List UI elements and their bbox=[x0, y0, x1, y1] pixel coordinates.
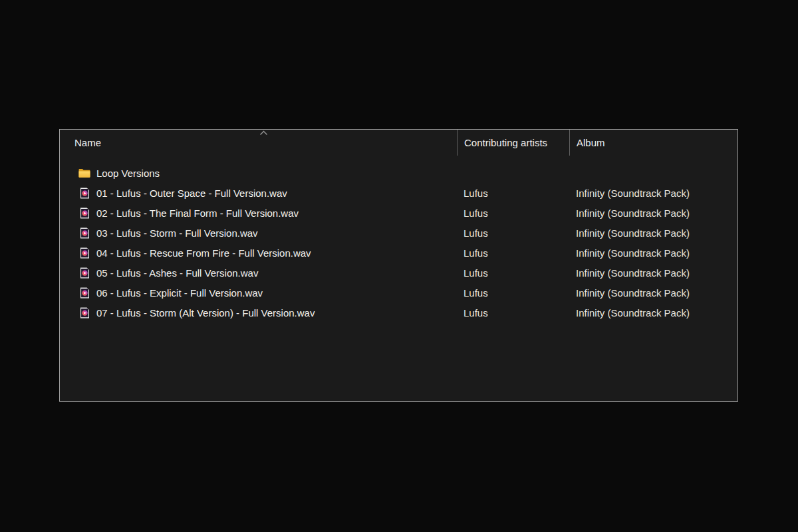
column-header-name-label: Name bbox=[74, 137, 101, 148]
file-album: Infinity (Soundtrack Pack) bbox=[569, 227, 737, 239]
file-name: 02 - Lufus - The Final Form - Full Versi… bbox=[96, 207, 299, 219]
file-artist: Lufus bbox=[457, 227, 569, 239]
file-name-cell: 04 - Lufus - Rescue From Fire - Full Ver… bbox=[60, 247, 457, 259]
file-name-cell: 06 - Lufus - Explicit - Full Version.wav bbox=[60, 287, 457, 299]
file-name: 05 - Lufus - Ashes - Full Version.wav bbox=[96, 267, 258, 279]
file-album: Infinity (Soundtrack Pack) bbox=[569, 207, 737, 219]
audio-file-icon bbox=[78, 188, 90, 199]
column-header-name[interactable]: Name bbox=[60, 130, 457, 156]
file-name: 07 - Lufus - Storm (Alt Version) - Full … bbox=[96, 307, 315, 319]
file-artist: Lufus bbox=[457, 307, 569, 319]
audio-file-icon bbox=[78, 227, 90, 239]
sort-ascending-icon bbox=[259, 130, 268, 136]
file-row[interactable]: 06 - Lufus - Explicit - Full Version.wav… bbox=[60, 283, 737, 303]
file-artist: Lufus bbox=[457, 247, 569, 259]
file-name: 06 - Lufus - Explicit - Full Version.wav bbox=[96, 287, 263, 299]
file-name-cell: 03 - Lufus - Storm - Full Version.wav bbox=[60, 227, 457, 239]
column-header-album-label: Album bbox=[577, 137, 605, 148]
file-list: Loop Versions 01 - Lufus - bbox=[60, 156, 737, 323]
column-header-contributing-artists-label: Contributing artists bbox=[464, 137, 547, 148]
file-album: Infinity (Soundtrack Pack) bbox=[569, 188, 737, 199]
file-artist: Lufus bbox=[457, 267, 569, 279]
file-name-cell: 07 - Lufus - Storm (Alt Version) - Full … bbox=[60, 307, 457, 319]
audio-file-icon bbox=[78, 207, 90, 219]
file-name: 01 - Lufus - Outer Space - Full Version.… bbox=[96, 188, 287, 199]
file-row[interactable]: 05 - Lufus - Ashes - Full Version.wav Lu… bbox=[60, 263, 737, 283]
file-album: Infinity (Soundtrack Pack) bbox=[569, 287, 737, 299]
file-name-cell: 01 - Lufus - Outer Space - Full Version.… bbox=[60, 188, 457, 199]
file-row[interactable]: Loop Versions bbox=[60, 163, 737, 183]
file-row[interactable]: 01 - Lufus - Outer Space - Full Version.… bbox=[60, 183, 737, 203]
folder-icon bbox=[78, 168, 90, 178]
file-name: 03 - Lufus - Storm - Full Version.wav bbox=[96, 227, 258, 239]
file-album: Infinity (Soundtrack Pack) bbox=[569, 267, 737, 279]
file-artist: Lufus bbox=[457, 287, 569, 299]
file-row[interactable]: 02 - Lufus - The Final Form - Full Versi… bbox=[60, 203, 737, 223]
file-list-panel: Name Contributing artists Album bbox=[59, 129, 738, 402]
audio-file-icon bbox=[78, 307, 90, 319]
audio-file-icon bbox=[78, 287, 90, 299]
file-album: Infinity (Soundtrack Pack) bbox=[569, 247, 737, 259]
file-artist: Lufus bbox=[457, 207, 569, 219]
column-header-contributing-artists[interactable]: Contributing artists bbox=[457, 130, 569, 156]
file-row[interactable]: 04 - Lufus - Rescue From Fire - Full Ver… bbox=[60, 243, 737, 263]
file-name-cell: 02 - Lufus - The Final Form - Full Versi… bbox=[60, 207, 457, 219]
file-album: Infinity (Soundtrack Pack) bbox=[569, 307, 737, 319]
file-name-cell: 05 - Lufus - Ashes - Full Version.wav bbox=[60, 267, 457, 279]
column-header-row: Name Contributing artists Album bbox=[60, 130, 737, 156]
file-row[interactable]: 07 - Lufus - Storm (Alt Version) - Full … bbox=[60, 303, 737, 323]
file-row[interactable]: 03 - Lufus - Storm - Full Version.wav Lu… bbox=[60, 223, 737, 243]
file-name: 04 - Lufus - Rescue From Fire - Full Ver… bbox=[96, 247, 311, 259]
column-header-album[interactable]: Album bbox=[569, 130, 737, 156]
file-name: Loop Versions bbox=[96, 168, 160, 179]
file-artist: Lufus bbox=[457, 188, 569, 199]
file-name-cell: Loop Versions bbox=[60, 168, 457, 179]
audio-file-icon bbox=[78, 247, 90, 259]
audio-file-icon bbox=[78, 267, 90, 279]
